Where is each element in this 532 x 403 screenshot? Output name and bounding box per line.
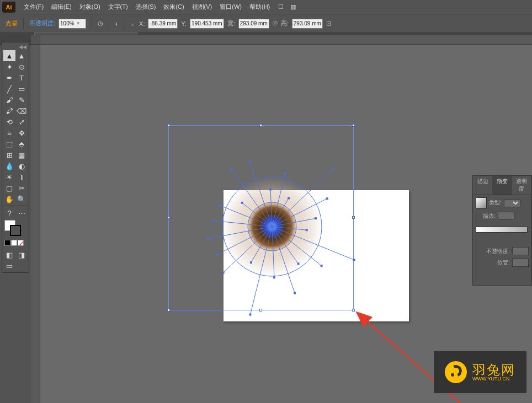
gradient-tool[interactable]: ▦ [15, 149, 28, 160]
hand-tool[interactable]: ✋ [3, 194, 15, 205]
screen-mode-icon[interactable]: ▭ [3, 260, 15, 271]
gradient-stroke-input[interactable] [498, 212, 514, 220]
w-input[interactable]: 293.09 mm [238, 19, 269, 29]
line-tool[interactable]: ╱ [3, 83, 15, 94]
x-input[interactable]: -86.39 mm [148, 19, 178, 29]
menu-file[interactable]: 文件(F) [20, 0, 47, 14]
w-label: 宽: [227, 19, 235, 28]
menu-window[interactable]: 窗口(W) [216, 0, 246, 14]
magic-wand-tool[interactable]: ✦ [3, 61, 15, 72]
help-tool[interactable]: ? [3, 207, 15, 218]
arrange-icon[interactable]: ▥ [290, 3, 296, 10]
gradient-preview-swatch[interactable] [476, 197, 487, 208]
svg-rect-38 [219, 205, 221, 207]
selection-type-label: 光晕 [6, 19, 18, 28]
tool-panel: ◀◀ ▲▲ ✦⊙ ✒T ╱▭ 🖌✎ 🖍⌫ ⟲⤢ ≡✥ ⬚⬘ ⊞▦ 💧◐ ☀⫿ ▢… [2, 42, 29, 273]
pencil-tool[interactable]: ✎ [15, 94, 28, 105]
canvas-stage [31, 35, 532, 403]
more-tools-icon[interactable]: ⋯ [15, 207, 28, 218]
menu-effect[interactable]: 效果(C) [159, 0, 188, 14]
graph-tool[interactable]: ⫿ [15, 171, 28, 182]
lasso-tool[interactable]: ⊙ [15, 61, 28, 72]
h-label: 高: [281, 19, 289, 28]
svg-rect-29 [297, 262, 300, 265]
eyedropper-tool[interactable]: 💧 [3, 160, 15, 171]
free-transform-tool[interactable]: ✥ [15, 127, 28, 138]
draw-behind-icon[interactable]: ◨ [15, 249, 28, 260]
paintbrush-tool[interactable]: 🖌 [3, 94, 15, 105]
vertical-ruler[interactable] [31, 45, 40, 403]
eraser-tool[interactable]: ⌫ [15, 105, 28, 116]
scale-tool[interactable]: ⤢ [15, 116, 28, 127]
svg-rect-31 [273, 276, 275, 278]
none-color-mode[interactable] [18, 240, 24, 246]
color-mode-swatches [3, 238, 28, 248]
solid-color-mode[interactable] [4, 240, 10, 246]
svg-rect-35 [216, 253, 219, 255]
panel-tab-gradient[interactable]: 渐变 [492, 176, 512, 195]
svg-rect-27 [353, 259, 355, 261]
svg-rect-26 [306, 229, 308, 231]
menu-edit[interactable]: 编辑(E) [47, 0, 76, 14]
svg-rect-45 [332, 168, 334, 170]
horizontal-ruler[interactable] [40, 35, 532, 45]
flare-object[interactable] [200, 155, 344, 298]
link-wh-icon[interactable]: ⦾ [273, 20, 278, 27]
watermark-name: 羽兔网 [472, 362, 515, 377]
svg-rect-43 [284, 173, 286, 175]
menu-object[interactable]: 对象(O) [76, 0, 104, 14]
gradient-location-input[interactable] [512, 259, 529, 267]
transform-icon[interactable]: ⊡ [326, 20, 331, 27]
selection-tool[interactable]: ▲ [3, 50, 15, 61]
artboard-tool[interactable]: ▢ [3, 182, 15, 194]
ruler-origin[interactable] [31, 35, 40, 45]
panel-tab-transparency[interactable]: 透明度 [512, 176, 531, 195]
stroke-swatch[interactable] [10, 225, 21, 236]
gradient-type-select[interactable] [504, 199, 520, 207]
symbol-sprayer-tool[interactable]: ☀ [3, 171, 15, 182]
distribute-icon[interactable]: ⫠ [130, 20, 136, 27]
style-icon[interactable]: ◷ [98, 20, 103, 27]
options-bar: 光晕 不透明度: 100%▼ ◷ ⫞ ⫠ X: -86.39 mm Y: 190… [0, 14, 532, 33]
blend-tool[interactable]: ◐ [15, 160, 28, 171]
zoom-tool[interactable]: 🔍 [15, 194, 28, 205]
svg-rect-41 [249, 160, 251, 162]
svg-rect-46 [326, 197, 328, 200]
menu-help[interactable]: 帮助(H) [246, 0, 274, 14]
direct-selection-tool[interactable]: ▲ [15, 50, 28, 61]
type-tool[interactable]: T [15, 72, 28, 83]
width-tool[interactable]: ≡ [3, 127, 15, 138]
y-label: Y: [181, 20, 187, 27]
collapse-tools-icon[interactable]: ◀◀ [3, 44, 28, 50]
x-label: X: [139, 20, 145, 27]
y-input[interactable]: 190.453 mm [190, 19, 224, 29]
rectangle-tool[interactable]: ▭ [15, 83, 28, 94]
bridge-icon[interactable]: ☐ [278, 3, 284, 10]
opacity-input[interactable]: 100%▼ [58, 19, 86, 29]
svg-rect-32 [249, 314, 251, 316]
rotate-tool[interactable]: ⟲ [3, 116, 15, 127]
perspective-tool[interactable]: ⬘ [15, 138, 28, 149]
svg-rect-42 [269, 188, 272, 190]
mesh-tool[interactable]: ⊞ [3, 149, 15, 160]
menu-text[interactable]: 文字(T) [104, 0, 132, 14]
gradient-mode[interactable] [11, 240, 17, 246]
shape-builder-tool[interactable]: ⬚ [3, 138, 15, 149]
panel-tab-stroke[interactable]: 描边 [473, 176, 492, 195]
svg-rect-47 [315, 217, 317, 219]
watermark-logo-icon [445, 361, 467, 383]
gradient-ramp[interactable] [476, 227, 528, 233]
blob-brush-tool[interactable]: 🖍 [3, 105, 15, 116]
draw-normal-icon[interactable]: ◧ [3, 249, 15, 260]
menu-view[interactable]: 视图(V) [188, 0, 216, 14]
h-input[interactable]: 293.09 mm [292, 19, 323, 29]
pen-tool[interactable]: ✒ [3, 72, 15, 83]
canvas[interactable] [40, 45, 532, 403]
svg-rect-34 [222, 272, 225, 274]
menu-select[interactable]: 选择(S) [132, 0, 160, 14]
svg-rect-36 [207, 238, 209, 240]
gradient-opacity-input[interactable] [512, 247, 529, 255]
slice-tool[interactable]: ✂ [15, 182, 28, 194]
svg-rect-33 [250, 261, 252, 264]
align-icon[interactable]: ⫞ [115, 20, 118, 27]
